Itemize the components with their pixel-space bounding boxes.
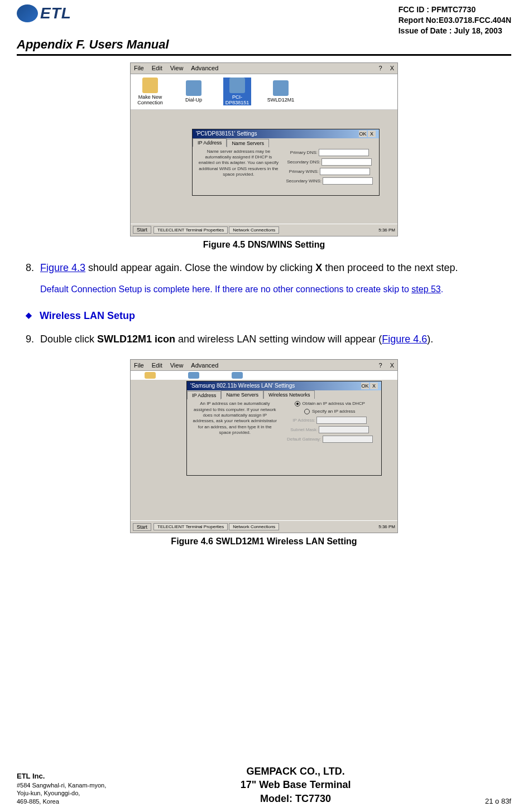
diamond-bullet-icon: ◆ <box>26 310 32 321</box>
logo: ETL <box>17 4 71 22</box>
window-help-icon[interactable]: ? <box>379 362 382 369</box>
label-ip-address: IP Address: <box>292 418 315 423</box>
wireless-settings-dialog: 'Samsung 802.11b Wireless LAN' Settings … <box>186 381 382 476</box>
step-9-number: 9. <box>26 332 40 346</box>
dialog-close-button[interactable]: X <box>368 130 376 137</box>
footer-terminal: 17" Web Base Terminal <box>241 778 351 791</box>
icon-row-partial <box>131 371 397 380</box>
window-close-icon[interactable]: X <box>390 362 394 369</box>
input-default-gateway <box>323 436 373 443</box>
footer-addr1: #584 Sangwhal-ri, Kanam-myon, <box>17 781 106 789</box>
logo-text: ETL <box>40 4 71 22</box>
dialog-titlebar: 'Samsung 802.11b Wireless LAN' Settings … <box>187 381 381 390</box>
dialog-title-text: 'PCI/DP838151' Settings <box>196 130 257 137</box>
menu-view[interactable]: View <box>170 362 184 369</box>
completion-note: Default Connection Setup is complete her… <box>26 283 502 296</box>
icon-make-new-connection[interactable]: Make New Connection <box>136 78 164 105</box>
menu-advanced[interactable]: Advanced <box>191 65 218 71</box>
x-key: X <box>315 262 322 273</box>
tab-ip-address[interactable]: IP Address <box>187 391 221 399</box>
input-primary-dns[interactable] <box>319 149 369 156</box>
footer-company: ETL Inc. <box>17 772 106 781</box>
menu-edit[interactable]: Edit <box>152 362 162 369</box>
footer-gempack: GEMPACK CO., LTD. <box>241 765 351 778</box>
tab-name-servers[interactable]: Name Servers <box>227 139 269 147</box>
taskbar: Start TELECLIENT Terminal Properties Net… <box>131 520 397 533</box>
radio-dhcp[interactable] <box>295 401 300 407</box>
screenshot-wireless-lan: File Edit View Advanced ? X 'Samsung 802… <box>130 359 398 533</box>
figure-4-5-caption: Figure 4.5 DNS/WINS Setting <box>0 240 528 250</box>
taskbar: Start TELECLIENT Terminal Properties Net… <box>131 224 397 236</box>
report-no: Report No:E03.0718.FCC.404N <box>399 15 511 26</box>
dialog-titlebar: 'PCI/DP838151' Settings OKX <box>193 129 379 138</box>
taskbar-clock: 5:36 PM <box>378 524 395 529</box>
input-secondary-dns[interactable] <box>321 158 372 166</box>
menu-edit[interactable]: Edit <box>152 65 162 71</box>
icon-pci[interactable]: PCI-DP838151 <box>223 78 251 105</box>
dialog-tabs: IP Address Name Servers <box>193 138 379 147</box>
footer-model: Model: TC7730 <box>241 792 351 805</box>
footer-center-block: GEMPACK CO., LTD. 17" Web Base Terminal … <box>241 765 351 805</box>
page-footer: ETL Inc. #584 Sangwhal-ri, Kanam-myon, Y… <box>0 765 528 805</box>
step-8-number: 8. <box>26 261 40 274</box>
dialog-ok-button[interactable]: OK <box>361 383 369 389</box>
dialog-body: Name server addresses may be automatical… <box>193 147 379 189</box>
header-divider <box>17 54 511 56</box>
dialog-options: Obtain an IP address via DHCP Specify an… <box>283 401 377 445</box>
menu-advanced[interactable]: Advanced <box>191 362 218 369</box>
taskbar-item-network[interactable]: Network Connections <box>229 226 279 234</box>
step-8: 8. Figure 4.3 should appear again. Close… <box>26 261 502 274</box>
footer-addr2: Yoju-kun, Kyounggi-do, <box>17 789 106 797</box>
label-default-gateway: Default Gateway: <box>287 437 321 442</box>
fcc-id: FCC ID : PFMTC7730 <box>399 4 511 15</box>
label-primary-wins: Primary WINS: <box>289 168 319 173</box>
link-figure-4-6[interactable]: Figure 4.6 <box>382 334 427 345</box>
radio-specify-ip[interactable] <box>304 409 310 414</box>
appendix-title: Appendix F. Users Manual <box>0 37 528 54</box>
taskbar-item-network[interactable]: Network Connections <box>229 523 279 530</box>
menu-file[interactable]: File <box>134 65 144 71</box>
dialog-description: Name server addresses may be automatical… <box>197 149 280 187</box>
tab-name-servers[interactable]: Name Servers <box>221 390 263 399</box>
label-subnet-mask: Subnet Mask: <box>290 427 318 432</box>
dialog-ok-button[interactable]: OK <box>359 130 367 137</box>
page-number: 21 o 83f <box>485 797 511 805</box>
taskbar-item-terminal[interactable]: TELECLIENT Terminal Properties <box>153 523 228 530</box>
tab-wireless-networks[interactable]: Wireless Networks <box>263 390 315 399</box>
header-info-block: FCC ID : PFMTC7730 Report No:E03.0718.FC… <box>399 4 511 36</box>
step-9: 9. Double click SWLD12M1 icon and wirele… <box>26 332 502 346</box>
tab-ip-address[interactable]: IP Address <box>193 138 227 147</box>
input-primary-wins[interactable] <box>320 168 370 175</box>
footer-left-block: ETL Inc. #584 Sangwhal-ri, Kanam-myon, Y… <box>17 772 106 805</box>
start-button[interactable]: Start <box>133 523 151 531</box>
input-subnet-mask <box>319 426 369 433</box>
window-help-icon[interactable]: ? <box>379 65 382 71</box>
screenshot-dns-wins: File Edit View Advanced ? X Make New Con… <box>130 62 398 236</box>
menu-file[interactable]: File <box>134 362 144 369</box>
input-secondary-wins[interactable] <box>323 177 373 185</box>
label-secondary-dns: Secondary DNS: <box>287 159 320 164</box>
wireless-lan-heading: ◆ Wireless LAN Setup <box>26 309 502 322</box>
icon-dialup[interactable]: Dial-Up <box>180 80 208 103</box>
link-step-53[interactable]: step 53 <box>411 284 440 294</box>
taskbar-item-terminal[interactable]: TELECLIENT Terminal Properties <box>153 226 228 234</box>
dialog-body: An IP address can be automatically assig… <box>187 399 381 447</box>
dialog-close-button[interactable]: X <box>370 383 378 389</box>
dialog-title-text: 'Samsung 802.11b Wireless LAN' Settings <box>190 383 295 389</box>
label-primary-dns: Primary DNS: <box>290 149 318 154</box>
figure-4-5-container: File Edit View Advanced ? X Make New Con… <box>0 62 528 250</box>
window-menubar: File Edit View Advanced ? X <box>131 360 397 371</box>
start-button[interactable]: Start <box>133 226 151 234</box>
icon-swld12m1[interactable]: SWLD12M1 <box>267 80 295 103</box>
dialog-tabs: IP Address Name Servers Wireless Network… <box>187 390 381 399</box>
menu-view[interactable]: View <box>170 65 184 71</box>
window-close-icon[interactable]: X <box>390 65 394 71</box>
issue-date: Issue of Date : July 18, 2003 <box>399 26 511 36</box>
swld12m1-icon-name: SWLD12M1 icon <box>97 334 175 345</box>
window-menubar: File Edit View Advanced ? X <box>131 63 397 74</box>
step-8-text: Figure 4.3 should appear again. Close th… <box>40 261 458 274</box>
link-figure-4-3[interactable]: Figure 4.3 <box>40 262 85 273</box>
icon-row: Make New Connection Dial-Up PCI-DP838151… <box>131 74 397 110</box>
dialog-fields: Primary DNS: Secondary DNS: Primary WINS… <box>285 149 375 187</box>
settings-dialog: 'PCI/DP838151' Settings OKX IP Address N… <box>192 129 380 196</box>
